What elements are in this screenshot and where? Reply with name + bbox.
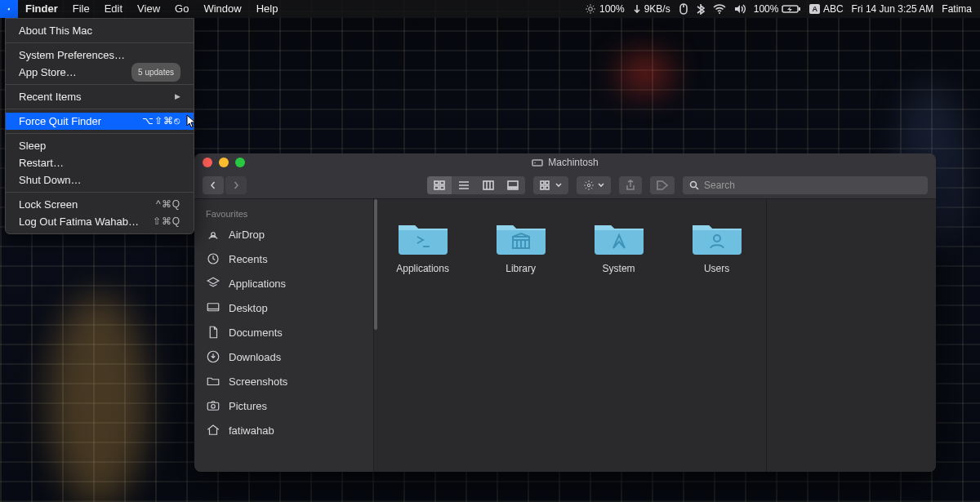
camera-icon (206, 398, 220, 413)
view-icon-button[interactable] (427, 176, 452, 194)
minimize-button[interactable] (219, 158, 229, 167)
menu-restart[interactable]: Restart… (6, 154, 194, 171)
apple-menu-button[interactable] (0, 0, 18, 18)
menu-sleep[interactable]: Sleep (6, 137, 194, 154)
battery-status[interactable]: 100% (754, 3, 802, 15)
sidebar-item-downloads[interactable]: Downloads (194, 344, 373, 369)
sidebar-item-recents[interactable]: Recents (194, 247, 373, 271)
zoom-button[interactable] (235, 158, 245, 167)
menubar-go[interactable]: Go (167, 0, 196, 18)
folder-label: Applications (396, 263, 449, 274)
finder-content[interactable]: Applications Library System Users (374, 199, 766, 472)
nav-back-button[interactable] (203, 176, 224, 194)
search-icon (689, 180, 699, 190)
menu-restart-label: Restart… (19, 154, 64, 171)
folder-system[interactable]: System (585, 217, 653, 274)
folder-system-icon (593, 217, 645, 256)
download-icon (206, 349, 220, 364)
list-icon (458, 180, 470, 190)
menubar-window[interactable]: Window (196, 0, 248, 18)
menu-separator (6, 84, 194, 85)
volume-status[interactable] (734, 4, 746, 14)
svg-rect-28 (546, 181, 549, 184)
menu-separator (6, 133, 194, 134)
bluetooth-status[interactable] (697, 3, 705, 15)
search-field[interactable]: Search (683, 176, 928, 194)
folder-applications-icon (397, 217, 449, 256)
svg-rect-24 (508, 188, 510, 189)
sidebar-item-documents[interactable]: Documents (194, 320, 373, 344)
svg-line-34 (696, 187, 698, 189)
sidebar-item-applications[interactable]: Applications (194, 271, 373, 295)
menu-shutdown[interactable]: Shut Down… (6, 171, 194, 189)
menu-recent-items[interactable]: Recent Items (6, 88, 194, 105)
svg-rect-30 (546, 186, 549, 189)
folder-users-icon (691, 217, 743, 256)
svg-rect-16 (434, 181, 439, 184)
grid-icon (434, 180, 445, 190)
action-menu-button[interactable] (577, 176, 611, 194)
sidebar-item-home[interactable]: fatiwahab (194, 418, 373, 442)
input-source-status[interactable]: A ABC (809, 3, 843, 15)
brightness-status[interactable]: 100% (585, 3, 625, 15)
menubar-view[interactable]: View (130, 0, 167, 18)
user-menu[interactable]: Fatima (942, 3, 972, 15)
menubar-edit[interactable]: Edit (97, 0, 130, 18)
chevron-right-icon (232, 181, 240, 189)
input-source-label: ABC (823, 3, 844, 15)
tags-button[interactable] (650, 176, 675, 194)
menu-about-this-mac[interactable]: About This Mac (6, 22, 194, 39)
clock[interactable]: Fri 14 Jun 3:25 AM (852, 3, 934, 15)
sidebar-item-airdrop[interactable]: AirDrop (194, 222, 373, 247)
svg-rect-19 (440, 186, 444, 189)
svg-rect-14 (532, 160, 542, 166)
menu-lock-screen[interactable]: Lock Screen ^⌘Q (6, 196, 194, 213)
menu-log-out[interactable]: Log Out Fatima Wahab… ⇧⌘Q (6, 213, 194, 230)
menu-system-preferences[interactable]: System Preferences… (6, 47, 194, 64)
wifi-status[interactable] (713, 4, 726, 14)
clock-icon (206, 251, 220, 266)
mouse-cursor-icon (186, 114, 198, 129)
view-list-button[interactable] (452, 176, 476, 194)
svg-point-32 (659, 184, 661, 186)
menubar-help[interactable]: Help (249, 0, 286, 18)
menu-forcequit-shortcut: ⌥⇧⌘⎋ (142, 113, 180, 130)
folder-library[interactable]: Library (487, 217, 555, 274)
apple-menu-dropdown: About This Mac System Preferences… App S… (5, 18, 194, 234)
finder-titlebar[interactable]: Machintosh (194, 153, 936, 171)
folder-applications[interactable]: Applications (389, 217, 457, 274)
menubar: Finder File Edit View Go Window Help 100… (0, 0, 980, 18)
desktop-icon (206, 300, 220, 315)
chevron-down-icon (598, 183, 604, 188)
sidebar-item-label: AirDrop (229, 229, 265, 241)
view-gallery-button[interactable] (501, 176, 525, 194)
sidebar-item-label: fatiwahab (229, 424, 274, 437)
svg-line-6 (593, 11, 594, 12)
finder-title: Machintosh (548, 157, 598, 168)
folder-users[interactable]: Users (683, 217, 751, 274)
menu-recent-label: Recent Items (19, 88, 82, 105)
svg-line-8 (593, 6, 594, 7)
svg-rect-20 (483, 181, 493, 189)
scrollbar[interactable] (374, 199, 377, 330)
mouse-status[interactable] (679, 3, 688, 15)
menubar-app-name[interactable]: Finder (18, 0, 65, 18)
menubar-file[interactable]: File (65, 0, 97, 18)
sidebar-item-screenshots[interactable]: Screenshots (194, 369, 373, 393)
menu-lock-shortcut: ^⌘Q (156, 196, 180, 213)
nav-forward-button[interactable] (225, 176, 247, 194)
arrange-menu-button[interactable] (533, 176, 568, 194)
sidebar-item-desktop[interactable]: Desktop (194, 295, 373, 320)
sidebar-item-pictures[interactable]: Pictures (194, 393, 373, 418)
bluetooth-icon (697, 3, 705, 15)
battery-value: 100% (754, 3, 779, 15)
view-column-button[interactable] (476, 176, 501, 194)
menu-force-quit[interactable]: Force Quit Finder ⌥⇧⌘⎋ (6, 113, 194, 130)
close-button[interactable] (203, 158, 212, 167)
share-button[interactable] (619, 176, 642, 194)
network-status[interactable]: 9KB/s (633, 3, 670, 15)
view-mode-segmented (427, 176, 525, 194)
menu-separator (6, 109, 194, 109)
menu-logout-label: Log Out Fatima Wahab… (19, 213, 139, 230)
menu-app-store[interactable]: App Store… 5 updates (6, 64, 194, 81)
